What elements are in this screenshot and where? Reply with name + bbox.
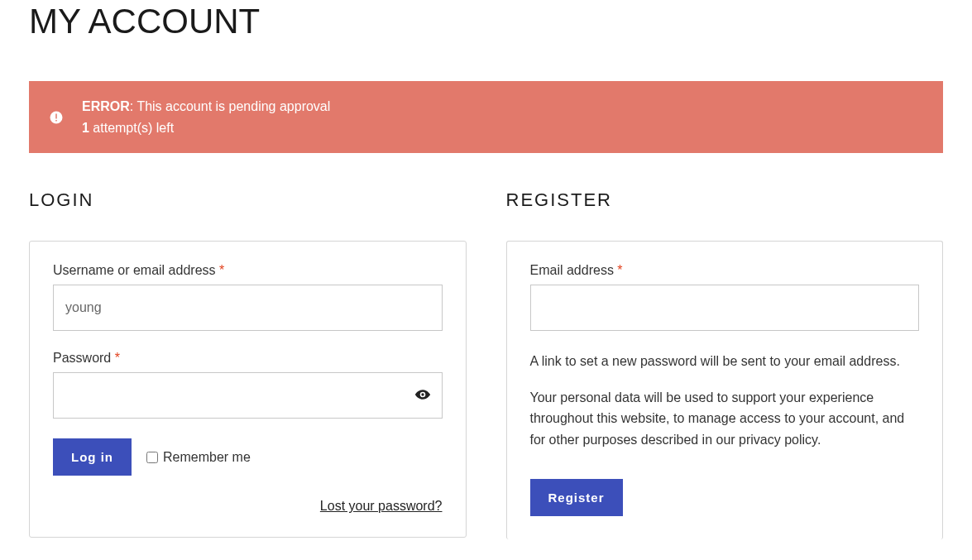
svg-rect-1 xyxy=(55,113,57,118)
email-label: Email address * xyxy=(530,263,920,278)
password-input[interactable] xyxy=(53,372,443,419)
username-input[interactable] xyxy=(53,285,443,331)
required-marker: * xyxy=(219,263,224,277)
error-banner: ERROR: This account is pending approval … xyxy=(29,81,943,153)
remember-me-label: Remember me xyxy=(163,450,251,465)
login-button[interactable]: Log in xyxy=(53,438,132,476)
error-text: : This account is pending approval xyxy=(130,99,331,113)
attempts-text: attempt(s) left xyxy=(89,121,174,135)
error-label: ERROR xyxy=(82,99,130,113)
login-form: Username or email address * Password * xyxy=(29,241,467,538)
password-label: Password * xyxy=(53,351,443,366)
login-column: LOGIN Username or email address * Passwo… xyxy=(29,189,467,538)
error-icon xyxy=(49,110,64,125)
username-label: Username or email address * xyxy=(53,263,443,278)
register-column: REGISTER Email address * A link to set a… xyxy=(506,189,944,538)
register-info-1: A link to set a new password will be sen… xyxy=(530,351,920,372)
lost-password-link[interactable]: Lost your password? xyxy=(320,499,443,513)
register-button[interactable]: Register xyxy=(530,479,623,516)
email-input[interactable] xyxy=(530,285,920,331)
remember-me-checkbox[interactable] xyxy=(146,452,158,463)
username-label-text: Username or email address xyxy=(53,263,219,277)
login-heading: LOGIN xyxy=(29,189,467,211)
email-label-text: Email address xyxy=(530,263,618,277)
svg-rect-2 xyxy=(55,120,57,122)
register-heading: REGISTER xyxy=(506,189,944,211)
required-marker: * xyxy=(115,351,120,365)
page-title: MY ACCOUNT xyxy=(29,2,943,41)
error-message: ERROR: This account is pending approval … xyxy=(82,96,330,138)
attempts-count: 1 xyxy=(82,121,89,135)
register-form: Email address * A link to set a new pass… xyxy=(506,241,944,538)
required-marker: * xyxy=(617,263,622,277)
show-password-icon[interactable] xyxy=(414,388,431,403)
svg-point-3 xyxy=(421,394,424,396)
remember-me[interactable]: Remember me xyxy=(146,450,251,465)
register-info-2: Your personal data will be used to suppo… xyxy=(530,387,920,451)
password-label-text: Password xyxy=(53,351,115,365)
